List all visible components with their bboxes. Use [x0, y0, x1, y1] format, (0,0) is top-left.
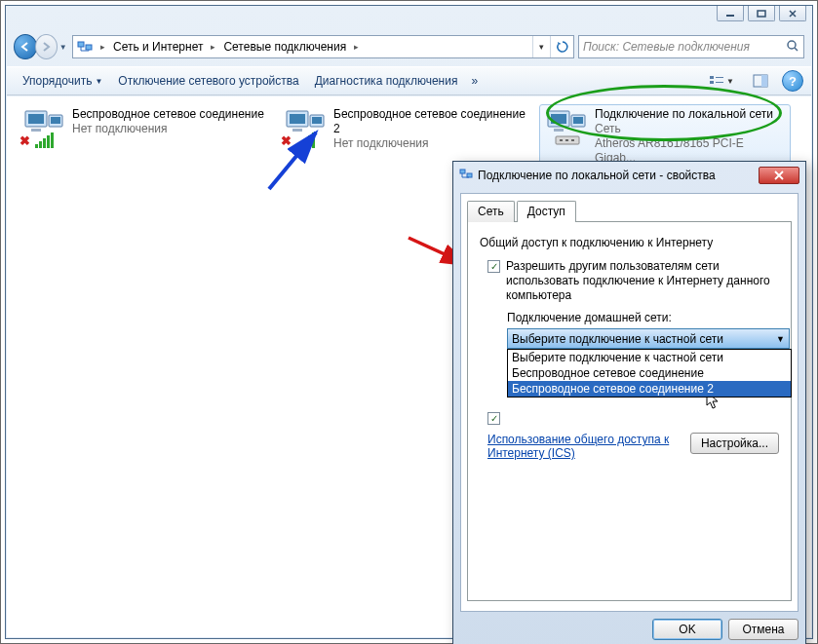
svg-rect-8: [716, 82, 723, 83]
toolbar: Упорядочить▼ Отключение сетевого устройс…: [7, 66, 811, 95]
ics-help-link[interactable]: Использование общего доступа к Интернету…: [487, 433, 681, 460]
section-title: Общий доступ к подключению к Интернету: [480, 236, 779, 249]
connection-item[interactable]: ✖ Беспроводное сетевое соединение 2 Нет …: [278, 104, 529, 169]
svg-rect-29: [571, 139, 574, 141]
svg-rect-0: [726, 15, 734, 17]
dialog-close-button[interactable]: [759, 167, 799, 184]
disable-device-button[interactable]: Отключение сетевого устройства: [110, 71, 306, 91]
ethernet-icon: [542, 107, 589, 148]
svg-rect-1: [758, 11, 765, 17]
maximize-button[interactable]: [748, 6, 775, 21]
svg-rect-28: [565, 139, 568, 141]
chevron-down-icon: ▼: [776, 334, 785, 344]
preview-pane-button[interactable]: [743, 70, 778, 92]
combo-dropdown-list: Выберите подключение к частной сети Бесп…: [507, 349, 792, 398]
search-input[interactable]: Поиск: Сетевые подключения: [578, 35, 804, 58]
close-button[interactable]: [779, 6, 806, 21]
svg-rect-3: [86, 45, 92, 50]
home-network-label: Подключение домашней сети:: [507, 311, 779, 324]
combo-option-highlighted[interactable]: Беспроводное сетевое соединение 2: [508, 381, 791, 397]
toolbar-overflow[interactable]: »: [465, 74, 484, 88]
organize-menu[interactable]: Упорядочить▼: [15, 71, 110, 91]
network-icon: [459, 168, 473, 184]
svg-rect-15: [51, 117, 60, 124]
svg-rect-12: [28, 114, 44, 124]
svg-rect-7: [716, 77, 723, 78]
allow-sharing-label: Разрешить другим пользователям сети испо…: [506, 259, 779, 303]
connection-item-selected[interactable]: Подключение по локальной сети Сеть Ather…: [539, 104, 791, 169]
svg-point-4: [788, 41, 796, 49]
diagnose-button[interactable]: Диагностика подключения: [307, 71, 466, 91]
tab-network[interactable]: Сеть: [467, 201, 515, 222]
explorer-window: ▼ ▸ Сеть и Интернет ▸ Сетевые подключени…: [5, 5, 813, 639]
network-icon: [77, 39, 93, 55]
wireless-icon: ✖: [281, 107, 328, 148]
breadcrumb[interactable]: ▸ Сеть и Интернет ▸ Сетевые подключения …: [72, 35, 574, 58]
nav-forward-button[interactable]: [35, 34, 58, 59]
connection-item[interactable]: ✖ Беспроводное сетевое соединение Нет по…: [17, 104, 268, 169]
allow-sharing-checkbox[interactable]: ✓: [487, 260, 500, 273]
svg-rect-27: [560, 139, 563, 141]
refresh-button[interactable]: [550, 36, 573, 57]
svg-rect-34: [467, 173, 472, 177]
combo-option[interactable]: Беспроводное сетевое соединение: [508, 365, 791, 381]
wireless-icon: ✖: [19, 107, 66, 148]
combo-option[interactable]: Выберите подключение к частной сети: [508, 350, 791, 365]
dialog-title: Подключение по локальной сети - свойства: [478, 169, 716, 182]
svg-rect-22: [551, 114, 566, 124]
svg-rect-23: [554, 129, 564, 132]
tab-sharing[interactable]: Доступ: [517, 201, 576, 222]
svg-rect-6: [710, 81, 714, 84]
svg-rect-17: [290, 114, 305, 124]
window-controls: [717, 6, 806, 21]
minimize-button[interactable]: [717, 6, 744, 21]
properties-dialog: Подключение по локальной сети - свойства…: [452, 161, 806, 644]
breadcrumb-dropdown[interactable]: ▾: [532, 36, 550, 57]
allow-control-checkbox[interactable]: ✓: [487, 412, 500, 425]
dialog-titlebar[interactable]: Подключение по локальной сети - свойства: [453, 162, 805, 189]
svg-rect-10: [761, 75, 767, 87]
tab-panel-sharing: Общий доступ к подключению к Интернету ✓…: [467, 221, 792, 601]
nav-history-dropdown[interactable]: ▼: [58, 34, 68, 59]
cancel-button[interactable]: Отмена: [728, 619, 799, 640]
view-mode-button[interactable]: ▼: [704, 70, 739, 92]
svg-rect-20: [312, 117, 322, 124]
svg-rect-5: [710, 76, 714, 79]
svg-rect-25: [573, 117, 583, 124]
svg-rect-13: [31, 129, 41, 132]
svg-rect-33: [460, 170, 465, 173]
nav-back-button[interactable]: [14, 34, 37, 59]
ok-button[interactable]: OK: [652, 619, 722, 640]
search-icon: [786, 39, 799, 56]
help-button[interactable]: ?: [782, 70, 803, 92]
svg-rect-18: [292, 129, 302, 132]
settings-button[interactable]: Настройка...: [690, 433, 779, 454]
home-network-combo[interactable]: Выберите подключение к частной сети ▼ Вы…: [507, 328, 790, 349]
svg-rect-2: [78, 42, 84, 47]
